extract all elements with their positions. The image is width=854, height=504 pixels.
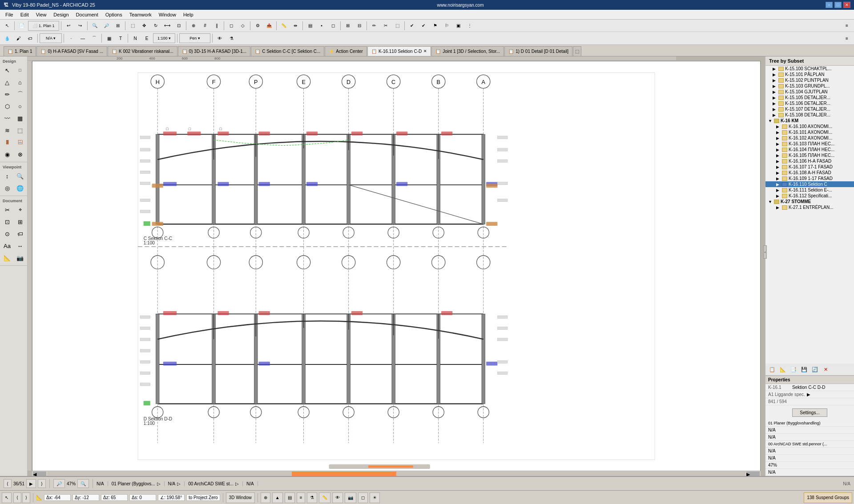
- tree-item-k16108[interactable]: ▶ K-16.108 A-H FASAD: [765, 170, 854, 176]
- tree-item-k16112[interactable]: ▶ K-16.112 Specificati...: [765, 193, 854, 199]
- line-tool[interactable]: ✏: [1, 88, 13, 100]
- tab-csek[interactable]: 📋 C Sektion C-C [C Sektion C...: [251, 46, 324, 56]
- extra-btn1[interactable]: ≡: [842, 21, 852, 31]
- cam-tool[interactable]: 📷: [14, 252, 26, 264]
- scroll-left-btn[interactable]: ◀: [33, 472, 46, 476]
- elevation-tool[interactable]: ⌖: [14, 204, 26, 216]
- circle-tool[interactable]: ○: [14, 100, 26, 112]
- flag-btn[interactable]: ⚑: [430, 21, 440, 31]
- north-btn[interactable]: N: [130, 33, 141, 43]
- prop-copy-btn[interactable]: 📋: [767, 365, 777, 374]
- check2-btn[interactable]: ✔: [418, 21, 429, 31]
- tab-action[interactable]: ⚡ Action Center: [325, 46, 367, 56]
- guideline-btn[interactable]: ∥: [211, 21, 222, 31]
- wall-tool[interactable]: □: [14, 64, 26, 76]
- cam-btn2[interactable]: 📷: [345, 492, 356, 503]
- menu-view[interactable]: View: [32, 11, 50, 18]
- zoom-in-btn[interactable]: 🔍: [89, 21, 100, 31]
- menu-edit[interactable]: Edit: [17, 11, 32, 18]
- h-scrollbar[interactable]: ◀ ▶: [32, 471, 761, 476]
- connect-btn[interactable]: ⊞: [342, 21, 353, 31]
- mesh-tool[interactable]: ≋: [1, 124, 13, 136]
- dx-field[interactable]: Δx: -64: [44, 494, 71, 501]
- maximize-button[interactable]: □: [834, 2, 842, 8]
- measure-btn[interactable]: 📏: [278, 21, 289, 31]
- check-btn[interactable]: ✔: [407, 21, 417, 31]
- window-tool[interactable]: 🪟: [14, 136, 26, 148]
- dimension-btn[interactable]: ⇹: [290, 21, 301, 31]
- undo-btn[interactable]: ↩: [63, 21, 74, 31]
- curve-btn[interactable]: ⌒: [89, 33, 100, 43]
- orbit-tool[interactable]: ◎: [1, 182, 13, 194]
- label-tool[interactable]: 🏷: [14, 228, 26, 240]
- grid-btn[interactable]: #: [200, 21, 210, 31]
- number-btn[interactable]: N/A ▾: [40, 33, 62, 43]
- tree-item-k15100[interactable]: ▶ K-15.100 SCHAKTPL...: [765, 66, 854, 72]
- move-btn[interactable]: ✥: [139, 21, 149, 31]
- suspend-groups-btn[interactable]: 138 Suspend Groups: [804, 492, 852, 503]
- drawing-area[interactable]: 200 400 600 800 H F: [28, 56, 765, 476]
- menu-window[interactable]: Window: [155, 11, 180, 18]
- zoom-out-btn[interactable]: 🔎: [101, 21, 112, 31]
- prop-row-spec[interactable]: A1 Liggande spec. ▶: [765, 391, 854, 398]
- layer-btn[interactable]: 📄: [16, 21, 27, 31]
- tree-item-k16103[interactable]: ▶ K-16.103 ПЛАН НЕС...: [765, 141, 854, 147]
- prop-pages-btn[interactable]: 📑: [789, 365, 798, 374]
- tab-plan1[interactable]: 📋 1. Plan 1: [4, 46, 36, 56]
- tree-item-k27[interactable]: ▼ K-27 STOMME: [765, 199, 854, 204]
- snap-btn2[interactable]: ⊕: [261, 492, 270, 503]
- tree-item-k15106[interactable]: ▶ K-15.106 DETALJER...: [765, 100, 854, 106]
- zoom-tool[interactable]: 🔍: [14, 170, 26, 182]
- scroll-right-btn[interactable]: ▶: [746, 472, 760, 476]
- zoom-out-status-btn[interactable]: 🔎: [53, 479, 65, 488]
- tree-item-k271[interactable]: ▶ K-27.1 ENTRÉPLAN...: [765, 204, 854, 210]
- solid-btn[interactable]: ▪: [316, 21, 327, 31]
- fill-tool[interactable]: ▦: [14, 112, 26, 124]
- scale-btn[interactable]: 1:100 ▾: [153, 33, 175, 43]
- pen-btn[interactable]: ✏: [369, 21, 379, 31]
- tree-item-k15102[interactable]: ▶ K-15.102 PLINTPLAN: [765, 77, 854, 83]
- view3d-btn[interactable]: ◻: [226, 21, 237, 31]
- arc-tool[interactable]: ⌒: [14, 88, 26, 100]
- scrollbar-thumb[interactable]: [292, 472, 397, 476]
- detail-tool[interactable]: ⊙: [1, 228, 13, 240]
- redo-btn[interactable]: ↪: [75, 21, 85, 31]
- panel-collapse-btn[interactable]: ‹: [763, 245, 767, 259]
- tree-item-k16104[interactable]: ▶ K-16.104 ПЛАН НЕС...: [765, 147, 854, 152]
- tree-item-k16111[interactable]: ▶ K-16.111 Sektion E-...: [765, 187, 854, 193]
- door-tool[interactable]: 🚪: [1, 136, 13, 148]
- extra-btn2[interactable]: ≡: [842, 33, 852, 43]
- drawing-canvas[interactable]: H F P E D C B A: [32, 61, 761, 472]
- scrollbar-track[interactable]: [47, 472, 745, 476]
- morph-tool[interactable]: ⬚: [14, 124, 26, 136]
- pen-set-btn[interactable]: Pen ▾: [179, 33, 210, 43]
- tab-vib[interactable]: 📋 K 002 Vibrationer riskanal...: [108, 46, 177, 56]
- spline-tool[interactable]: 〰: [1, 112, 13, 124]
- menu-teamwork[interactable]: Teamwork: [126, 11, 155, 18]
- eye-btn[interactable]: 👁: [332, 492, 343, 503]
- next-frame-btn[interactable]: ⟩: [38, 479, 46, 488]
- close-button[interactable]: ✕: [843, 2, 850, 8]
- tree-item-k16106[interactable]: ▶ K-16.106 Н-А FASAD: [765, 158, 854, 164]
- settings-btn[interactable]: ⚙: [252, 21, 263, 31]
- paint-btn[interactable]: 🖌: [13, 33, 24, 43]
- poly-tool[interactable]: ⬡: [1, 100, 13, 112]
- tree-item-k16101[interactable]: ▶ K-16.101 AXONOMI...: [765, 129, 854, 135]
- tree-item-k16109[interactable]: ▶ K-16.109 1-17 FASAD: [765, 176, 854, 181]
- zoom-in-status-btn[interactable]: 🔍: [77, 479, 89, 488]
- dy2-field[interactable]: Δs: 0: [129, 494, 156, 501]
- tree-item-k16102[interactable]: ▶ K-16.102 AXONOMI...: [765, 135, 854, 141]
- tree-item-k16110[interactable]: ▶ K-16.110 Sektion C: [765, 181, 854, 187]
- filter-btn[interactable]: ⚗: [226, 33, 237, 43]
- copy-btn[interactable]: ⊡: [173, 21, 184, 31]
- select-all-btn[interactable]: ⬚: [127, 21, 138, 31]
- flag3-btn[interactable]: ▣: [453, 21, 463, 31]
- 3d-window-btn[interactable]: 3D Window: [226, 492, 255, 503]
- tree-list[interactable]: ▶ K-15.100 SCHAKTPL... ▶ K-15.101 PÅLPLA…: [765, 66, 854, 364]
- measure-btn2[interactable]: 📏: [319, 492, 330, 503]
- prop-save-btn[interactable]: 💾: [799, 365, 809, 374]
- view-btn2[interactable]: ▤: [285, 492, 295, 503]
- slab-tool[interactable]: △: [1, 76, 13, 88]
- tree-item-k16107[interactable]: ▶ K-16.107 17-1 FASAD: [765, 164, 854, 170]
- tab-d01[interactable]: 📋 1) D 01 Detail [D 01 Detail]: [504, 46, 572, 56]
